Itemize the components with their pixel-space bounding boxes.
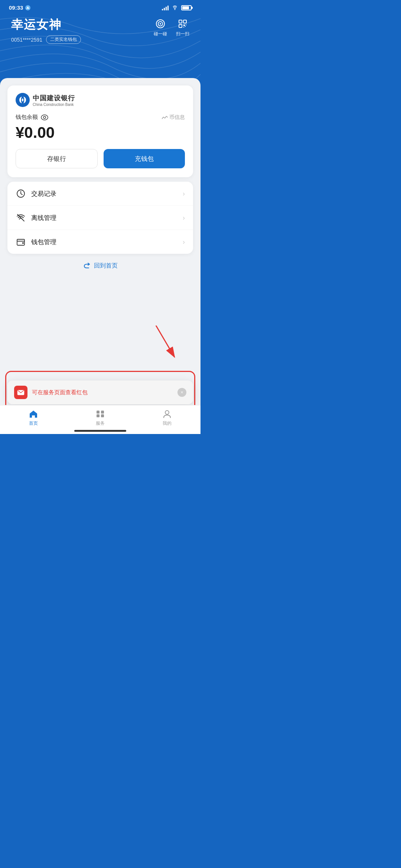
scan-icon: [177, 18, 188, 29]
bank-name-english: China Construction Bank: [33, 103, 75, 107]
notif-link-text[interactable]: 查看红包: [65, 389, 88, 395]
balance-label: 钱包余额: [16, 114, 48, 121]
account-type-badge: 二类实名钱包: [46, 35, 81, 44]
user-info: 幸运女神 0051****2591 二类实名钱包: [11, 17, 81, 44]
save-bank-button[interactable]: 存银行: [16, 149, 98, 168]
offline-label: 离线管理: [31, 214, 183, 222]
nav-home[interactable]: 首页: [0, 409, 67, 427]
red-envelope-icon: [14, 386, 27, 399]
svg-rect-26: [101, 411, 104, 414]
svg-rect-6: [183, 20, 186, 23]
recharge-wallet-button[interactable]: 充钱包: [104, 149, 185, 168]
eye-icon: [41, 114, 48, 120]
bump-icon: [155, 18, 166, 29]
header-actions: 碰一碰 扫一扫: [154, 18, 189, 37]
action-buttons: 存银行 充钱包: [16, 149, 185, 168]
svg-marker-0: [26, 6, 29, 9]
trend-icon: [162, 115, 168, 120]
svg-point-14: [22, 98, 23, 101]
services-icon: [95, 409, 105, 419]
svg-rect-8: [183, 25, 185, 26]
bump-label: 碰一碰: [154, 31, 167, 37]
username: 幸运女神: [11, 17, 81, 33]
home-icon: [29, 409, 38, 419]
svg-rect-5: [179, 20, 182, 23]
svg-point-1: [175, 9, 176, 10]
location-icon: [25, 5, 30, 10]
main-content: 中国建设银行 China Construction Bank 钱包余额 币信息 …: [0, 78, 200, 434]
nav-profile-label: 我的: [163, 420, 172, 427]
menu-item-transactions[interactable]: 交易记录 ›: [7, 182, 193, 206]
notification-banner: 可在服务页面查看红包 ×: [7, 380, 193, 404]
account-number: 0051****2591: [11, 37, 42, 43]
svg-rect-7: [179, 25, 182, 27]
offline-icon: [16, 213, 26, 223]
battery-icon: [181, 5, 192, 10]
menu-item-offline[interactable]: 离线管理 ›: [7, 206, 193, 230]
status-bar: 09:33: [0, 0, 200, 14]
notification-area: 可在服务页面查看红包 ×: [0, 380, 200, 404]
nav-profile[interactable]: 我的: [134, 409, 200, 427]
scan-label: 扫一扫: [176, 31, 189, 37]
notification-close-button[interactable]: ×: [177, 388, 186, 397]
notif-static-text: 可在服务页面: [32, 389, 65, 395]
bank-logo: 中国建设银行 China Construction Bank: [16, 93, 185, 107]
wifi-icon: [172, 5, 178, 10]
wallet-mgmt-label: 钱包管理: [31, 238, 183, 246]
menu-section: 交易记录 › 离线管理 › 钱: [7, 182, 193, 254]
header: 幸运女神 0051****2591 二类实名钱包 碰一碰: [0, 14, 200, 51]
bottom-navigation: 首页 服务 我的: [0, 405, 200, 434]
svg-point-16: [43, 116, 46, 119]
svg-rect-25: [97, 411, 100, 414]
transactions-label: 交易记录: [31, 190, 183, 198]
balance-amount: ¥0.00: [16, 124, 185, 142]
status-indicators: [162, 5, 192, 10]
wallet-mgmt-icon: [16, 237, 26, 247]
ccb-logo-icon: [16, 93, 30, 107]
clock-icon: [16, 188, 26, 199]
svg-rect-10: [183, 27, 184, 27]
svg-rect-20: [22, 242, 24, 244]
nav-services-label: 服务: [96, 420, 105, 427]
scan-action[interactable]: 扫一扫: [176, 18, 189, 37]
svg-rect-27: [97, 414, 100, 417]
account-info: 0051****2591 二类实名钱包: [11, 35, 81, 44]
svg-rect-11: [185, 26, 186, 27]
chevron-right-icon-3: ›: [183, 238, 185, 246]
svg-point-29: [165, 411, 169, 414]
chevron-right-icon: ›: [183, 190, 185, 198]
chevron-right-icon-2: ›: [183, 214, 185, 222]
time-display: 09:33: [9, 4, 23, 11]
svg-point-4: [160, 23, 161, 25]
nav-services[interactable]: 服务: [67, 409, 134, 427]
home-indicator-bar: [74, 430, 126, 432]
bank-name-chinese: 中国建设银行: [33, 94, 75, 103]
return-icon: [83, 263, 91, 269]
bank-card: 中国建设银行 China Construction Bank 钱包余额 币信息 …: [7, 85, 193, 177]
profile-icon: [162, 409, 172, 419]
svg-rect-9: [186, 25, 186, 25]
signal-icon: [162, 5, 169, 10]
notification-text: 可在服务页面查看红包: [32, 389, 174, 396]
red-arrow-indicator: [149, 326, 178, 364]
svg-point-15: [41, 115, 48, 120]
svg-line-22: [156, 326, 175, 357]
return-home-label: 回到首页: [94, 262, 118, 270]
svg-rect-28: [101, 414, 104, 417]
menu-item-wallet-mgmt[interactable]: 钱包管理 ›: [7, 230, 193, 254]
nav-home-label: 首页: [29, 420, 38, 427]
bump-action[interactable]: 碰一碰: [154, 18, 167, 37]
return-home-button[interactable]: 回到首页: [0, 254, 200, 278]
bank-name: 中国建设银行 China Construction Bank: [33, 94, 75, 107]
coin-info[interactable]: 币信息: [162, 114, 185, 121]
balance-header: 钱包余额 币信息: [16, 114, 185, 121]
status-time: 09:33: [9, 4, 30, 11]
